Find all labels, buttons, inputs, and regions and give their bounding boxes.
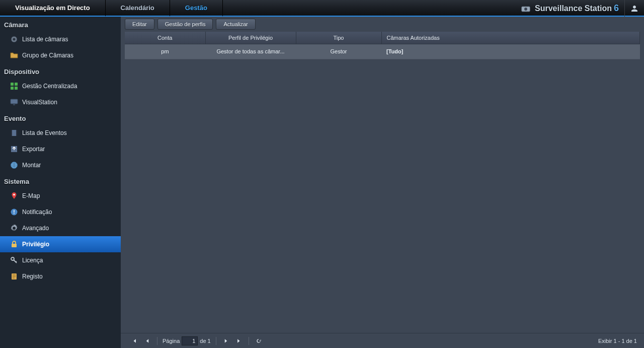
next-page-button[interactable] (221, 336, 231, 346)
svg-rect-5 (15, 83, 18, 86)
sidebar-item-label: VisualStation (22, 99, 57, 106)
tab-live[interactable]: Visualização em Directo (0, 0, 106, 16)
camera-icon (10, 35, 18, 43)
export-icon (10, 145, 18, 153)
sidebar-item-export[interactable]: Exportar (0, 141, 121, 157)
svg-rect-11 (11, 130, 12, 136)
alert-icon: ! (10, 208, 18, 216)
sidebar-item-label: Grupo de Câmaras (22, 52, 73, 59)
film-icon (10, 129, 18, 137)
sidebar-item-label: Exportar (22, 146, 45, 153)
section-event: Evento (0, 110, 121, 125)
top-nav: Visualização em Directo Calendário Gestã… (0, 0, 644, 17)
svg-rect-4 (11, 83, 14, 86)
col-profile[interactable]: Perfil de Privilégio (205, 32, 296, 44)
sidebar-item-label: Registo (22, 273, 43, 280)
sidebar-item-mount[interactable]: Montar (0, 157, 121, 173)
svg-text:!: ! (13, 210, 15, 215)
prev-page-button[interactable] (142, 336, 152, 346)
user-menu[interactable] (624, 0, 639, 17)
sidebar-item-emap[interactable]: E-Map (0, 188, 121, 204)
tab-management[interactable]: Gestão (170, 0, 223, 16)
sidebar: Câmara Lista de câmaras Grupo de Câmaras… (0, 17, 121, 348)
sidebar-item-label: Montar (22, 162, 41, 169)
cell-cameras: [Tudo] (381, 44, 640, 59)
svg-rect-7 (15, 87, 18, 90)
sidebar-item-label: E-Map (22, 192, 40, 199)
cell-account: pm (125, 44, 205, 59)
section-device: Dispositivo (0, 63, 121, 78)
col-account[interactable]: Conta (125, 32, 205, 44)
sidebar-item-label: Avançado (22, 225, 49, 232)
divider (249, 337, 249, 345)
pin-icon (10, 192, 18, 200)
sidebar-item-label: Lista de Eventos (22, 129, 67, 136)
brand-version: 6 (614, 3, 619, 14)
gear-icon (10, 224, 18, 232)
toolbar: Editar Gestão de perfis Actualizar (121, 17, 644, 32)
log-icon (10, 272, 18, 281)
folder-icon (10, 51, 18, 59)
svg-rect-18 (12, 244, 17, 247)
sidebar-item-label: Notificação (22, 208, 52, 216)
cell-type: Gestor (296, 44, 381, 59)
brand-icon (521, 4, 531, 13)
svg-rect-9 (13, 104, 15, 105)
monitor-icon (10, 98, 18, 106)
key-icon (10, 256, 18, 264)
sidebar-item-visualstation[interactable]: VisualStation (0, 94, 121, 110)
section-camera: Câmara (0, 17, 121, 31)
svg-rect-8 (11, 99, 18, 104)
profiles-button[interactable]: Gestão de perfis (157, 19, 213, 30)
grid-icon (10, 82, 18, 90)
section-system: Sistema (0, 173, 121, 188)
svg-point-1 (524, 8, 527, 11)
brand-label: Surveillance Station (535, 4, 612, 13)
table-row[interactable]: pm Gestor de todas as câmar... Gestor [T… (125, 44, 640, 59)
sidebar-item-privilege[interactable]: Privilégio (0, 236, 121, 252)
sidebar-item-log[interactable]: Registo (0, 268, 121, 285)
sidebar-item-camera-list[interactable]: Lista de câmaras (0, 31, 121, 47)
sidebar-item-label: Privilégio (22, 241, 49, 248)
svg-rect-12 (16, 130, 17, 136)
display-info: Exibir 1 - 1 de 1 (598, 338, 637, 344)
reload-button[interactable] (254, 336, 264, 346)
pager: Página de 1 Exibir 1 - 1 de 1 (121, 333, 644, 348)
divider (157, 337, 157, 345)
col-cameras[interactable]: Câmaras Autorizadas (381, 32, 640, 44)
sidebar-item-license[interactable]: Licença (0, 252, 121, 268)
edit-button[interactable]: Editar (125, 19, 154, 30)
svg-rect-6 (11, 87, 14, 90)
cell-profile: Gestor de todas as câmar... (205, 44, 296, 59)
page-label: Página (163, 338, 180, 344)
divider (216, 337, 216, 345)
sidebar-item-event-list[interactable]: Lista de Eventos (0, 125, 121, 141)
sidebar-item-label: Lista de câmaras (22, 36, 68, 43)
page-input[interactable] (182, 336, 198, 345)
sidebar-item-central[interactable]: Gestão Centralizada (0, 78, 121, 94)
table-wrapper: Conta Perfil de Privilégio Tipo Câmaras … (125, 32, 640, 333)
refresh-button[interactable]: Actualizar (216, 19, 255, 30)
sidebar-item-label: Licença (22, 257, 43, 264)
user-icon (630, 4, 639, 13)
svg-point-3 (13, 38, 16, 41)
brand: Surveillance Station 6 (521, 0, 619, 17)
sidebar-item-label: Gestão Centralizada (22, 83, 77, 90)
tab-calendar[interactable]: Calendário (106, 0, 170, 16)
privilege-table: Conta Perfil de Privilégio Tipo Câmaras … (125, 32, 640, 59)
lock-icon (10, 240, 18, 248)
svg-point-15 (13, 194, 15, 196)
sidebar-item-camera-group[interactable]: Grupo de Câmaras (0, 47, 121, 63)
sidebar-item-notification[interactable]: ! Notificação (0, 204, 121, 220)
sidebar-item-advanced[interactable]: Avançado (0, 220, 121, 236)
of-label: de 1 (200, 338, 210, 344)
first-page-button[interactable] (129, 336, 139, 346)
globe-icon (10, 161, 18, 169)
content-area: Editar Gestão de perfis Actualizar Conta… (121, 17, 644, 348)
last-page-button[interactable] (234, 336, 244, 346)
col-type[interactable]: Tipo (296, 32, 381, 44)
